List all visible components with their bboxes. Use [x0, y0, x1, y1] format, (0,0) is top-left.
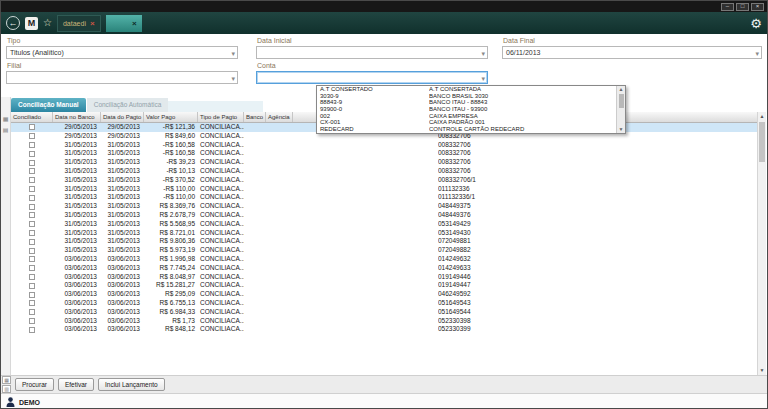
table-row[interactable]: 03/06/2013 03/06/2013 R$ 15.281,27 CONCI… — [11, 281, 758, 290]
conciliado-checkbox[interactable] — [29, 133, 35, 139]
col-valor-pago[interactable]: Valor Pago — [144, 112, 198, 122]
col-data-no-banco[interactable]: Data no Banco — [53, 112, 101, 122]
table-row[interactable]: 03/06/2013 03/06/2013 R$ 8.048,97 CONCIL… — [11, 273, 758, 282]
tipo-select[interactable]: Titulos (Analítico) — [6, 46, 238, 59]
scroll-down-icon[interactable] — [619, 126, 624, 133]
conta-dropdown-option[interactable]: 3030-9 BANCO BRASIL 3030 — [317, 93, 616, 100]
table-row[interactable]: 03/06/2013 03/06/2013 R$ 6.755,13 CONCIL… — [11, 299, 758, 308]
conciliado-checkbox[interactable] — [29, 204, 35, 210]
table-row[interactable]: 03/06/2013 03/06/2013 R$ 295,09 CONCILIA… — [11, 290, 758, 299]
conciliado-checkbox[interactable] — [29, 309, 35, 315]
data-no-banco-cell: 31/05/2013 — [53, 176, 101, 185]
tab-close-icon[interactable] — [90, 19, 95, 28]
table-row[interactable]: 31/05/2013 31/05/2013 -R$ 370,52 CONCILI… — [11, 176, 758, 185]
table-row[interactable]: 31/05/2013 31/05/2013 -R$ 39,23 CONCILIA… — [11, 158, 758, 167]
conta-select[interactable] — [256, 71, 488, 84]
conciliado-cell — [11, 185, 53, 194]
conciliado-checkbox[interactable] — [29, 256, 35, 262]
grid-view-icon[interactable] — [1, 115, 10, 124]
data-final-select[interactable]: 06/11/2013 — [502, 46, 762, 59]
close-button[interactable] — [751, 3, 764, 11]
grid-small-icon[interactable] — [2, 376, 11, 384]
gear-icon[interactable] — [750, 17, 762, 30]
conta-dropdown-option[interactable]: REDECARD CONTROLE CARTÃO REDECARD — [317, 126, 616, 133]
conciliado-checkbox[interactable] — [29, 239, 35, 245]
table-row[interactable]: 03/06/2013 03/06/2013 R$ 848,12 CONCILIA… — [11, 325, 758, 334]
conciliado-checkbox[interactable] — [29, 151, 35, 157]
conta-dropdown-option[interactable]: 002 CAIXA EMPRESA — [317, 113, 616, 120]
table-row[interactable]: 31/05/2013 31/05/2013 R$ 5.973,19 CONCIL… — [11, 246, 758, 255]
conciliado-checkbox[interactable] — [29, 274, 35, 280]
conciliado-checkbox[interactable] — [29, 283, 35, 289]
scroll-down-icon[interactable] — [758, 366, 766, 375]
scroll-up-icon[interactable] — [619, 86, 624, 93]
scroll-up-icon[interactable] — [758, 112, 766, 121]
col-tipo-de-pagto[interactable]: Tipo de Pagto — [198, 112, 244, 122]
back-icon[interactable] — [6, 16, 20, 30]
popup-scrollbar[interactable] — [616, 86, 625, 133]
scroll-thumb[interactable] — [759, 122, 765, 162]
conciliado-cell — [11, 123, 53, 132]
conciliado-checkbox[interactable] — [29, 124, 35, 130]
table-row[interactable]: 31/05/2013 31/05/2013 -R$ 160,58 CONCILI… — [11, 141, 758, 150]
conciliado-checkbox[interactable] — [29, 212, 35, 218]
browser-tab-active[interactable] — [106, 15, 142, 32]
table-row[interactable]: 31/05/2013 31/05/2013 -R$ 110,00 CONCILI… — [11, 193, 758, 202]
conciliado-checkbox[interactable] — [29, 186, 35, 192]
data-do-pagto-cell: 31/05/2013 — [101, 237, 144, 246]
table-small-icon[interactable] — [2, 385, 11, 393]
table-row[interactable]: 31/05/2013 31/05/2013 R$ 5.568,95 CONCIL… — [11, 220, 758, 229]
table-row[interactable]: 03/06/2013 03/06/2013 R$ 1.996,98 CONCIL… — [11, 255, 758, 264]
favorites-star-icon[interactable] — [43, 18, 52, 28]
list-view-icon[interactable] — [1, 126, 10, 135]
inclui-lancamento-button[interactable]: Inclui Lançamento — [98, 378, 165, 391]
conciliado-checkbox[interactable] — [29, 248, 35, 254]
data-inicial-select[interactable] — [256, 46, 488, 59]
conciliado-checkbox[interactable] — [29, 230, 35, 236]
maximize-button[interactable] — [736, 3, 749, 11]
scroll-thumb[interactable] — [619, 94, 624, 108]
conciliado-checkbox[interactable] — [29, 292, 35, 298]
conciliado-checkbox[interactable] — [29, 177, 35, 183]
table-row[interactable]: 31/05/2013 31/05/2013 R$ 8.369,76 CONCIL… — [11, 202, 758, 211]
conta-dropdown-option[interactable]: CX-001 CAIXA PADRÃO 001 — [317, 119, 616, 126]
conciliado-checkbox[interactable] — [29, 160, 35, 166]
tab-conciliacao-manual[interactable]: Conciliação Manual — [11, 98, 86, 112]
table-row[interactable]: 31/05/2013 31/05/2013 -R$ 160,58 CONCILI… — [11, 149, 758, 158]
conciliado-checkbox[interactable] — [29, 195, 35, 201]
tab-conciliacao-automatica[interactable]: Conciliação Automática — [87, 98, 169, 112]
conciliado-checkbox[interactable] — [29, 327, 35, 333]
table-row[interactable]: 03/06/2013 03/06/2013 R$ 6.984,33 CONCIL… — [11, 308, 758, 317]
conta-dropdown-option[interactable]: 88843-9 BANCO ITAU - 88843 — [317, 99, 616, 106]
valor-pago-cell: -R$ 110,00 — [144, 185, 198, 194]
col-conciliado[interactable]: Conciliado — [11, 112, 53, 122]
table-row[interactable]: 03/06/2013 03/06/2013 R$ 7.745,24 CONCIL… — [11, 264, 758, 273]
conciliado-checkbox[interactable] — [29, 265, 35, 271]
procurar-button[interactable]: Procurar — [15, 378, 54, 391]
col-banco[interactable]: Banco — [244, 112, 266, 122]
efetivar-button[interactable]: Efetivar — [58, 378, 94, 391]
tipo-de-pagto-cell: CONCILIACA... — [198, 308, 244, 317]
conciliado-checkbox[interactable] — [29, 318, 35, 324]
table-row[interactable]: 31/05/2013 31/05/2013 R$ 2.678,79 CONCIL… — [11, 211, 758, 220]
table-row[interactable]: 03/06/2013 03/06/2013 R$ 1,73 CONCILIACA… — [11, 317, 758, 326]
browser-tab-dataedi[interactable]: dataedi — [57, 15, 101, 32]
banco-cell — [244, 185, 266, 194]
table-row[interactable]: 31/05/2013 31/05/2013 -R$ 10,13 CONCILIA… — [11, 167, 758, 176]
table-row[interactable]: 31/05/2013 31/05/2013 R$ 8.721,01 CONCIL… — [11, 229, 758, 238]
conciliado-checkbox[interactable] — [29, 300, 35, 306]
conciliado-checkbox[interactable] — [29, 221, 35, 227]
filial-select[interactable] — [6, 71, 238, 84]
table-row[interactable]: 31/05/2013 31/05/2013 -R$ 110,00 CONCILI… — [11, 185, 758, 194]
tipo-de-pagto-cell: CONCILIACA... — [198, 255, 244, 264]
conta-dropdown-option[interactable]: 93900-0 BANCO ITAU - 93900 — [317, 106, 616, 113]
conciliado-checkbox[interactable] — [29, 168, 35, 174]
minimize-button[interactable] — [721, 3, 734, 11]
grid-scrollbar[interactable] — [757, 112, 766, 375]
tab-close-icon[interactable] — [132, 19, 137, 28]
col-data-do-pagto[interactable]: Data do Pagto — [101, 112, 144, 122]
conciliado-checkbox[interactable] — [29, 142, 35, 148]
conta-dropdown-option[interactable]: A.T CONSERTADO A.T CONSERTADA — [317, 86, 616, 93]
table-row[interactable]: 31/05/2013 31/05/2013 R$ 9.806,36 CONCIL… — [11, 237, 758, 246]
col-agencia[interactable]: Agência — [266, 112, 293, 122]
